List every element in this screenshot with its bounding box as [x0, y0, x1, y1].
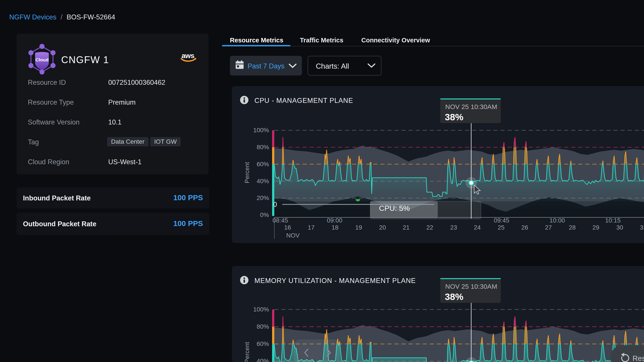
svg-text:Cloud: Cloud	[35, 57, 48, 62]
svg-text:38%: 38%	[445, 292, 463, 302]
svg-text:0%: 0%	[260, 211, 269, 218]
svg-text:09:45: 09:45	[494, 217, 509, 224]
svg-text:100%: 100%	[253, 306, 269, 313]
svg-text:80%: 80%	[257, 144, 269, 151]
svg-text:23: 23	[450, 224, 457, 231]
svg-text:20%: 20%	[257, 194, 269, 201]
svg-text:Percent: Percent	[244, 162, 250, 183]
svg-text:38%: 38%	[445, 112, 463, 122]
svg-text:10:15: 10:15	[605, 217, 620, 224]
svg-text:19: 19	[355, 224, 362, 231]
svg-text:20: 20	[379, 224, 386, 231]
svg-text:100%: 100%	[253, 127, 269, 134]
svg-text:09:00: 09:00	[327, 217, 342, 224]
svg-text:10:00: 10:00	[550, 217, 565, 224]
svg-text:NOV: NOV	[286, 232, 300, 239]
svg-text:40%: 40%	[257, 178, 269, 185]
svg-text:NOV 25 10:30AM: NOV 25 10:30AM	[445, 103, 497, 110]
svg-text:60%: 60%	[257, 161, 269, 168]
svg-text:16: 16	[284, 224, 291, 231]
svg-text:17: 17	[308, 224, 314, 231]
svg-text:CPU: 5%: CPU: 5%	[379, 204, 410, 212]
svg-text:30: 30	[616, 224, 623, 231]
svg-text:31: 31	[640, 224, 644, 231]
svg-text:80%: 80%	[257, 323, 269, 330]
svg-text:18: 18	[332, 224, 338, 231]
svg-text:21: 21	[402, 224, 410, 231]
svg-text:0: 0	[273, 201, 277, 208]
svg-text:NOV 25 10:30AM: NOV 25 10:30AM	[445, 283, 497, 290]
svg-text:26: 26	[521, 224, 528, 231]
svg-text:27: 27	[545, 224, 552, 231]
svg-text:25: 25	[498, 224, 504, 231]
svg-text:60%: 60%	[257, 340, 269, 347]
svg-text:40%: 40%	[257, 358, 269, 362]
svg-text:24: 24	[474, 224, 480, 231]
svg-text:Percent: Percent	[244, 342, 250, 362]
svg-text:28: 28	[569, 224, 576, 231]
svg-text:08:45: 08:45	[272, 217, 288, 224]
svg-text:22: 22	[426, 224, 433, 231]
svg-text:29: 29	[592, 224, 599, 231]
